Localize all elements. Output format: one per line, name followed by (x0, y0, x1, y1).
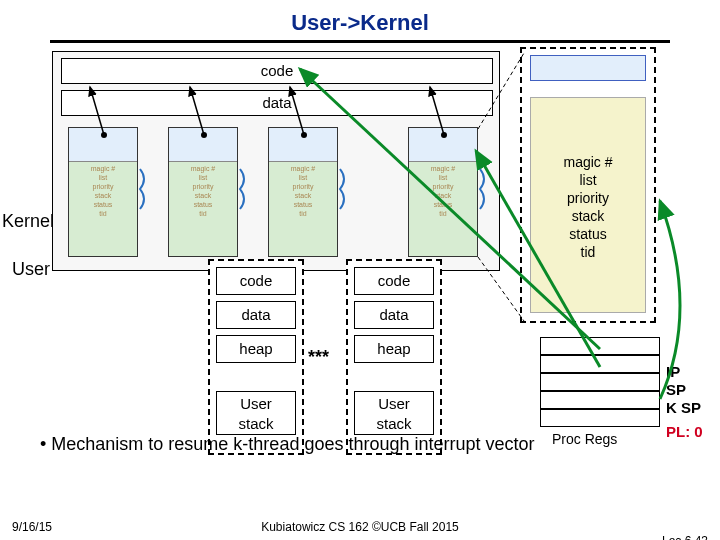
slide-title: User->Kernel (0, 0, 720, 40)
kernel-code-strip: code (61, 58, 493, 84)
user-stack-l: User stack (216, 391, 296, 435)
diagram-stage: code data magic # list priority stack st… (0, 51, 720, 471)
user-code-l: code (216, 267, 296, 295)
tcb-seg-2: magic # list priority stack status tid (168, 127, 238, 257)
bullet-text: • Mechanism to resume k-thread goes thro… (40, 434, 690, 455)
tcb-text-1: magic # list priority stack status tid (71, 164, 135, 218)
proc-regs-box (540, 337, 660, 427)
user-label: User (12, 259, 50, 280)
user-col-left: code data heap User stack (208, 259, 304, 455)
tcb-seg-1: magic # list priority stack status tid (68, 127, 138, 257)
footer-center: Kubiatowicz CS 162 ©UCB Fall 2015 (0, 520, 720, 534)
ellipsis: *** (308, 347, 329, 368)
title-underline (50, 40, 670, 43)
kernel-data-strip: data (61, 90, 493, 116)
reg-ip: IP (666, 363, 680, 380)
tcb-text-3: magic # list priority stack status tid (271, 164, 335, 218)
user-heap-l: heap (216, 335, 296, 363)
tcb-seg-4: magic # list priority stack status tid (408, 127, 478, 257)
footer-date: 9/16/15 (12, 520, 52, 534)
kernel-label: Kernel (2, 211, 54, 232)
tcb-text-2: magic # list priority stack status tid (171, 164, 235, 218)
user-data-r: data (354, 301, 434, 329)
reg-ksp: K SP (666, 399, 701, 416)
reg-sp: SP (666, 381, 686, 398)
user-stack-r: User stack (354, 391, 434, 435)
user-data-l: data (216, 301, 296, 329)
tcb-text-4: magic # list priority stack status tid (411, 164, 475, 218)
user-heap-r: heap (354, 335, 434, 363)
user-code-r: code (354, 267, 434, 295)
expanded-tcb: magic # list priority stack status tid (520, 47, 656, 323)
user-col-right: code data heap User stack (346, 259, 442, 455)
expanded-tcb-text: magic # list priority stack status tid (532, 153, 644, 261)
tcb-seg-3: magic # list priority stack status tid (268, 127, 338, 257)
footer-right: Lec 6.43 (662, 534, 708, 540)
footer: 9/16/15 Kubiatowicz CS 162 ©UCB Fall 201… (0, 520, 720, 534)
